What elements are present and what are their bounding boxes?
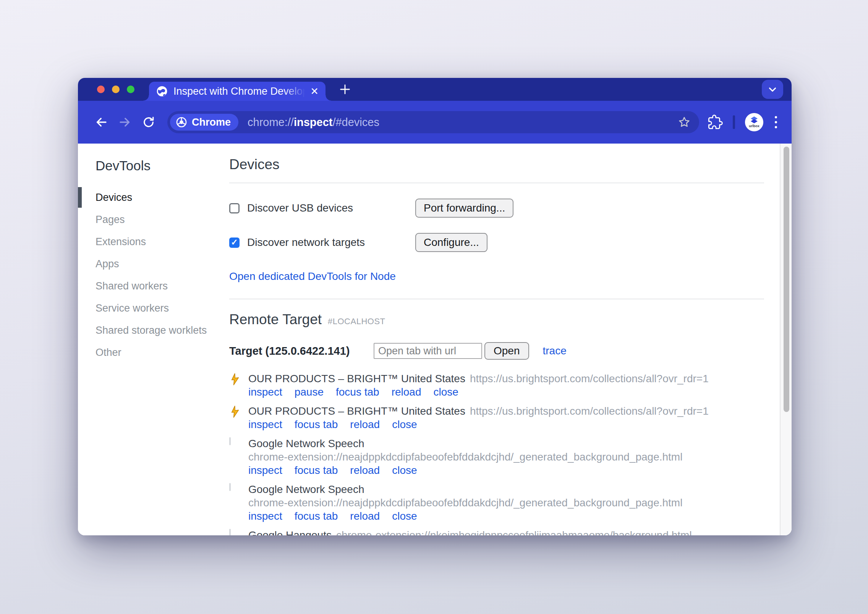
close-link[interactable]: close	[392, 418, 417, 431]
target-url: https://us.brightsport.com/collections/a…	[470, 373, 709, 385]
reload-icon	[142, 115, 155, 129]
target-url: chrome-extension://nkeimhogjdpnpccoofpli…	[336, 529, 692, 535]
sidebar-item-shared-storage-worklets[interactable]: Shared storage worklets	[78, 319, 229, 341]
new-tab-button[interactable]	[338, 83, 351, 96]
trace-link[interactable]: trace	[543, 345, 567, 357]
sidebar-title: DevTools	[78, 158, 229, 173]
close-link[interactable]: close	[434, 385, 458, 399]
target-url: https://us.brightsport.com/collections/a…	[470, 405, 709, 417]
discover-usb-row: Discover USB devices Port forwarding...	[229, 199, 764, 218]
profile-avatar[interactable]: urlbox	[745, 113, 763, 131]
target-row: OUR PRODUCTS – BRIGHT™ United Stateshttp…	[229, 372, 764, 399]
minimize-window-button[interactable]	[112, 86, 120, 93]
target-title: Google Hangouts	[248, 529, 332, 535]
reload-link[interactable]: reload	[350, 509, 380, 523]
window-controls	[97, 86, 134, 93]
discover-network-label: Discover network targets	[247, 236, 365, 249]
focus-tab-link[interactable]: focus tab	[295, 464, 338, 477]
target-list: OUR PRODUCTS – BRIGHT™ United Stateshttp…	[229, 372, 764, 535]
target-row: Google Network Speechchrome-extension://…	[229, 437, 764, 477]
avatar-label: urlbox	[749, 124, 760, 128]
reload-button[interactable]	[137, 110, 160, 134]
target-url: chrome-extension://neajdppkdcdipfabeoofe…	[248, 450, 764, 464]
extensions-puzzle-icon[interactable]	[708, 115, 723, 130]
localhost-badge: #LOCALHOST	[328, 317, 385, 326]
focus-tab-link[interactable]: focus tab	[336, 385, 379, 399]
port-forwarding-button[interactable]: Port forwarding...	[415, 199, 513, 218]
close-link[interactable]: close	[392, 464, 417, 477]
inspect-link[interactable]: inspect	[248, 464, 282, 477]
sidebar-item-devices[interactable]: Devices	[78, 186, 229, 208]
node-devtools-link[interactable]: Open dedicated DevTools for Node	[229, 270, 396, 283]
close-link[interactable]: close	[392, 509, 417, 523]
scrollbar-thumb[interactable]	[784, 147, 789, 412]
focus-tab-link[interactable]: focus tab	[295, 418, 338, 431]
devtools-sidebar: DevTools DevicesPagesExtensionsAppsShare…	[78, 144, 229, 535]
sidebar-item-other[interactable]: Other	[78, 341, 229, 364]
target-title: Google Network Speech	[248, 483, 364, 495]
discover-network-checkbox[interactable]	[229, 238, 240, 248]
discover-usb-checkbox[interactable]	[229, 203, 240, 213]
target-actions: inspectfocus tabreloadclose	[248, 418, 764, 431]
sidebar-item-pages[interactable]: Pages	[78, 208, 229, 231]
target-url: chrome-extension://neajdppkdcdipfabeoofe…	[248, 496, 764, 509]
pause-link[interactable]: pause	[295, 385, 324, 399]
back-button[interactable]	[89, 110, 113, 134]
sidebar-item-apps[interactable]: Apps	[78, 253, 229, 275]
target-row: Google Hangoutschrome-extension://nkeimh…	[229, 528, 764, 535]
sidebar-item-extensions[interactable]: Extensions	[78, 231, 229, 253]
focus-tab-link[interactable]: focus tab	[295, 509, 338, 523]
page-scrollbar[interactable]	[780, 144, 792, 535]
target-title: OUR PRODUCTS – BRIGHT™ United States	[248, 373, 465, 385]
browser-window: Inspect with Chrome Developer ✕	[78, 78, 792, 535]
sidebar-item-shared-workers[interactable]: Shared workers	[78, 275, 229, 297]
back-arrow-icon	[94, 115, 108, 129]
chevron-down-icon	[767, 84, 778, 95]
chip-label: Chrome	[192, 116, 231, 128]
reload-link[interactable]: reload	[392, 385, 421, 399]
forward-arrow-icon	[118, 115, 132, 129]
chrome-logo-icon	[175, 116, 188, 128]
target-row: Google Network Speechchrome-extension://…	[229, 483, 764, 523]
toolbar-right-cluster: urlbox	[708, 113, 779, 131]
devices-panel: Devices Discover USB devices Port forwar…	[229, 144, 764, 535]
blank-favicon-icon	[229, 483, 241, 523]
tab-list-chevron-button[interactable]	[762, 80, 783, 99]
lightning-favicon-icon	[229, 372, 241, 399]
target-actions: inspectpausefocus tabreloadclose	[248, 385, 764, 399]
urlbox-logo-icon	[750, 116, 759, 124]
open-tab-url-input[interactable]	[374, 343, 482, 359]
close-window-button[interactable]	[97, 86, 105, 93]
target-actions: inspectfocus tabreloadclose	[248, 509, 764, 523]
tab-close-icon[interactable]: ✕	[310, 86, 319, 96]
target-row: OUR PRODUCTS – BRIGHT™ United Stateshttp…	[229, 404, 764, 431]
sidebar-nav: DevicesPagesExtensionsAppsShared workers…	[78, 186, 229, 364]
remote-target-header: Remote Target #LOCALHOST	[229, 312, 764, 328]
browser-tab[interactable]: Inspect with Chrome Developer ✕	[149, 82, 326, 101]
page-title: Devices	[229, 157, 764, 173]
menu-kebab-icon[interactable]	[773, 115, 779, 130]
reload-link[interactable]: reload	[350, 418, 380, 431]
discover-network-row: Discover network targets Configure...	[229, 233, 764, 252]
discover-usb-label: Discover USB devices	[247, 202, 353, 214]
remote-target-title: Remote Target	[229, 312, 322, 328]
inspect-link[interactable]: inspect	[248, 418, 282, 431]
inspect-link[interactable]: inspect	[248, 509, 282, 523]
sidebar-item-service-workers[interactable]: Service workers	[78, 297, 229, 319]
address-bar[interactable]: Chrome chrome://inspect/#devices	[167, 111, 699, 133]
chrome-url-chip[interactable]: Chrome	[170, 114, 238, 131]
fullscreen-window-button[interactable]	[127, 86, 134, 93]
blank-favicon-icon	[229, 437, 241, 477]
target-version-row: Target (125.0.6422.141) Open trace	[229, 342, 764, 360]
divider	[229, 183, 764, 183]
reload-link[interactable]: reload	[350, 464, 380, 477]
configure-button[interactable]: Configure...	[415, 233, 487, 252]
target-actions: inspectfocus tabreloadclose	[248, 464, 764, 477]
toolbar-separator	[733, 115, 735, 129]
open-button[interactable]: Open	[484, 342, 529, 360]
target-title: OUR PRODUCTS – BRIGHT™ United States	[248, 405, 465, 417]
bookmark-star-icon[interactable]	[678, 116, 691, 129]
inspect-link[interactable]: inspect	[248, 385, 282, 399]
forward-button[interactable]	[113, 110, 137, 134]
tab-strip: Inspect with Chrome Developer ✕	[78, 78, 792, 101]
